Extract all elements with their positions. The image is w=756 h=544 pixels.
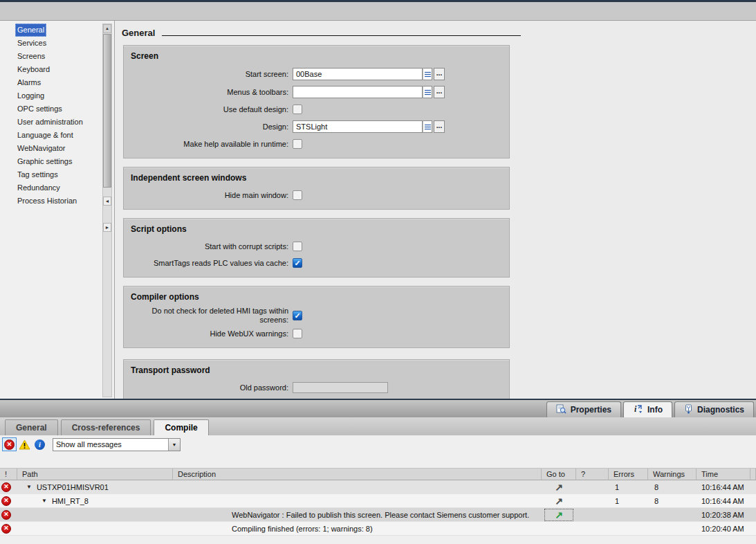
do-not-check-for-deleted-hmi-tags-within-screens-checkbox[interactable]: ✓: [293, 311, 302, 320]
tab-diagnostics[interactable]: Diagnostics: [674, 401, 754, 417]
sidebar-item-opc-settings[interactable]: OPC settings: [0, 102, 100, 116]
list-picker-icon[interactable]: [423, 86, 432, 98]
info-filter-button[interactable]: i: [33, 437, 47, 451]
setting-label: Design:: [124, 123, 293, 132]
column-header-warnings[interactable]: Warnings: [648, 469, 697, 480]
dropdown-arrow-icon[interactable]: ▼: [168, 439, 180, 451]
column-header-errors[interactable]: Errors: [609, 469, 648, 480]
subtab-general[interactable]: General: [5, 419, 58, 435]
column-header-description[interactable]: Description: [173, 469, 542, 480]
tab-label: Properties: [571, 405, 611, 415]
sidebar-item-label: General: [15, 24, 46, 37]
column-header-[interactable]: ?: [576, 469, 609, 480]
table-row[interactable]: ✕▼USTXP01HMISVR01↗1810:16:44 AM: [0, 480, 756, 494]
sidebar-item-logging[interactable]: Logging: [0, 89, 100, 102]
sidebar-item-general[interactable]: General: [0, 24, 100, 37]
goto-arrow-icon[interactable]: ↗: [555, 496, 563, 506]
info-icon: i: [633, 404, 643, 416]
collapse-triangle-icon[interactable]: ▼: [26, 484, 32, 490]
help-cell: [576, 508, 609, 521]
make-help-available-in-runtime-checkbox[interactable]: [293, 139, 302, 149]
design-input[interactable]: STSLight: [293, 120, 423, 133]
collapse-triangle-icon[interactable]: ▼: [42, 498, 47, 504]
path-cell: ▼USTXP01HMISVR01: [17, 480, 173, 493]
sidebar-item-services[interactable]: Services: [0, 37, 100, 50]
time-cell: 10:16:44 AM: [697, 494, 750, 507]
sidebar-item-graphic-settings[interactable]: Graphic settings: [0, 155, 100, 168]
splitter-collapse-left-icon[interactable]: ◄: [103, 197, 111, 206]
goto-cell: ↗: [542, 494, 576, 507]
start-screen-input[interactable]: 00Base: [293, 68, 423, 80]
sidebar-item-language-font[interactable]: Language & font: [0, 129, 100, 142]
sidebar-item-user-administration[interactable]: User administration: [0, 116, 100, 129]
description-text: WebNavigator : Failed to publish this sc…: [232, 511, 529, 519]
column-header-[interactable]: !: [0, 469, 17, 480]
browse-button[interactable]: ...: [434, 86, 445, 98]
hide-main-window-checkbox[interactable]: [293, 190, 302, 200]
section-script-options: Script optionsStart with corrupt scripts…: [123, 218, 510, 278]
error-filter-icon: ✕: [4, 439, 15, 450]
use-default-design-checkbox[interactable]: [293, 105, 302, 114]
sidebar-nav: GeneralServicesScreensKeyboardAlarmsLogg…: [0, 24, 100, 208]
goto-focus-box[interactable]: ↗: [544, 509, 573, 521]
settings-sidebar: GeneralServicesScreensKeyboardAlarmsLogg…: [0, 21, 115, 399]
warnings-cell: 8: [648, 494, 697, 507]
sidebar-item-label: Redundancy: [15, 181, 62, 194]
section-title: Script options: [124, 223, 509, 238]
message-filter-dropdown[interactable]: Show all messages ▼: [53, 438, 181, 451]
sidebar-item-label: Screens: [15, 50, 47, 63]
error-icon: ✕: [1, 524, 11, 534]
subtab-label: General: [16, 423, 47, 433]
subtab-label: Compile: [165, 423, 197, 433]
sidebar-item-webnavigator[interactable]: WebNavigator: [0, 142, 100, 155]
column-header-go-to[interactable]: Go to: [542, 469, 576, 480]
sidebar-item-screens[interactable]: Screens: [0, 50, 100, 63]
scroll-up-icon[interactable]: ▲: [103, 24, 111, 33]
menus-toolbars-input[interactable]: [293, 86, 423, 98]
sidebar-item-tag-settings[interactable]: Tag settings: [0, 168, 100, 181]
setting-control: ✓: [293, 258, 302, 268]
subtab-cross-references[interactable]: Cross-references: [61, 419, 151, 435]
list-picker-icon[interactable]: [423, 68, 432, 80]
sidebar-item-keyboard[interactable]: Keyboard: [0, 63, 100, 76]
setting-control: [293, 382, 388, 393]
setting-row-start-with-corrupt-scripts: Start with corrupt scripts:: [124, 238, 509, 255]
info-filter-icon: i: [35, 439, 45, 450]
tab-properties[interactable]: Properties: [546, 401, 621, 417]
scrollbar-thumb[interactable]: [103, 34, 111, 188]
splitter-collapse-right-icon[interactable]: ►: [103, 223, 111, 232]
sidebar-item-alarms[interactable]: Alarms: [0, 76, 100, 89]
goto-arrow-icon[interactable]: ↗: [555, 510, 563, 520]
start-with-corrupt-scripts-checkbox[interactable]: [293, 242, 302, 251]
sidebar-scrollbar[interactable]: ▲ ◄ ►: [102, 24, 112, 397]
sidebar-item-redundancy[interactable]: Redundancy: [0, 181, 100, 194]
warning-filter-button[interactable]: [17, 437, 32, 451]
setting-control: STSLight...: [293, 120, 445, 133]
sidebar-item-label: Language & font: [15, 129, 75, 142]
list-picker-icon[interactable]: [423, 120, 432, 133]
sidebar-item-label: WebNavigator: [15, 142, 68, 155]
table-row[interactable]: ✕Compiling finished (errors: 1; warnings…: [0, 522, 756, 536]
properties-icon: [556, 404, 566, 416]
table-row[interactable]: ✕WebNavigator : Failed to publish this s…: [0, 508, 756, 522]
error-filter-button[interactable]: ✕: [2, 437, 17, 451]
sidebar-item-process-historian[interactable]: Process Historian: [0, 194, 100, 208]
table-row[interactable]: ✕▼HMI_RT_8↗1810:16:44 AM: [0, 494, 756, 508]
tab-info[interactable]: iInfo: [623, 401, 672, 417]
subtab-compile[interactable]: Compile: [154, 419, 208, 435]
info-subtabs: GeneralCross-referencesCompile: [0, 417, 756, 435]
column-header-filler: [750, 469, 756, 480]
hide-webux-warnings-checkbox[interactable]: [293, 329, 302, 338]
browse-button[interactable]: ...: [434, 120, 445, 133]
column-header-time[interactable]: Time: [697, 469, 750, 480]
column-header-path[interactable]: Path: [17, 469, 173, 480]
subtab-label: Cross-references: [72, 423, 140, 433]
settings-sections: ScreenStart screen:00Base...Menus & tool…: [122, 45, 756, 399]
browse-button[interactable]: ...: [434, 68, 445, 80]
setting-label: Menus & toolbars:: [124, 88, 293, 97]
goto-arrow-icon[interactable]: ↗: [555, 482, 563, 492]
smarttags-reads-plc-values-via-cache-checkbox[interactable]: ✓: [293, 258, 302, 268]
setting-row-hide-webux-warnings: Hide WebUX warnings:: [124, 325, 509, 342]
help-cell: [576, 522, 609, 535]
warnings-cell: [648, 522, 697, 535]
